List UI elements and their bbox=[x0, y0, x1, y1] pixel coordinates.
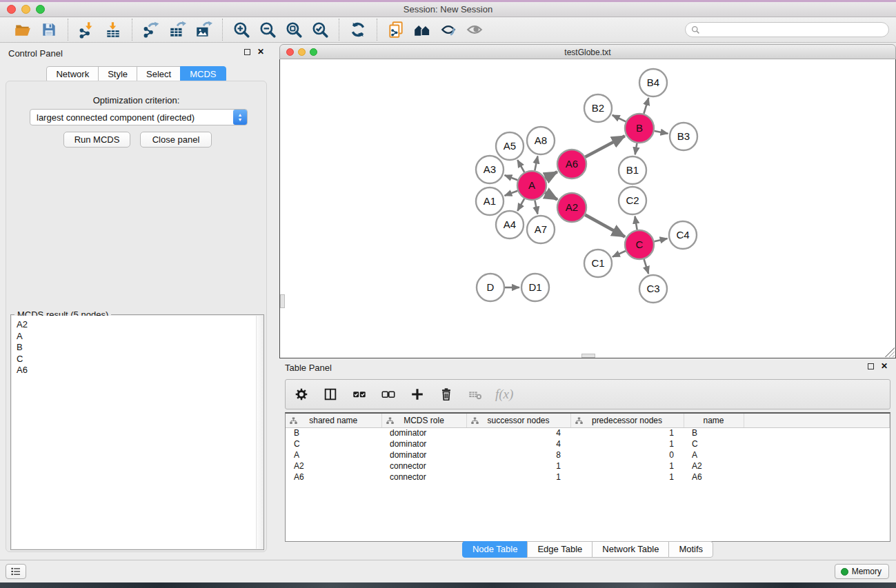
graph-edge-A-A2[interactable] bbox=[545, 193, 557, 200]
network-canvas[interactable]: AA1A2A3A4A5A6A7A8BB1B2B3B4CC1C2C3C4DD1 bbox=[279, 59, 896, 358]
select-all-columns-button[interactable] bbox=[350, 385, 368, 403]
column-header-MCDS-role[interactable]: MCDS role bbox=[381, 414, 466, 427]
graph-node-C1[interactable]: C1 bbox=[584, 250, 612, 277]
duplicate-network-button[interactable] bbox=[383, 19, 409, 41]
table-cell[interactable]: connector bbox=[381, 472, 466, 483]
table-cell[interactable]: dominator bbox=[381, 438, 466, 449]
graph-node-A4[interactable]: A4 bbox=[496, 211, 524, 239]
graph-edge-C-C1[interactable] bbox=[613, 251, 626, 257]
search-input[interactable] bbox=[700, 23, 888, 36]
graph-node-A8[interactable]: A8 bbox=[527, 127, 555, 154]
table-cell[interactable]: 1 bbox=[570, 472, 684, 483]
table-cell[interactable]: A2 bbox=[286, 460, 381, 472]
graph-node-B2[interactable]: B2 bbox=[584, 94, 612, 122]
graph-node-B3[interactable]: B3 bbox=[670, 123, 697, 150]
table-cell[interactable]: B bbox=[684, 427, 744, 438]
float-table-panel-icon[interactable] bbox=[868, 363, 874, 369]
graph-edge-B-B4[interactable] bbox=[644, 98, 648, 114]
import-network-button[interactable] bbox=[74, 19, 100, 41]
table-cell[interactable]: 8 bbox=[466, 449, 570, 460]
export-network-button[interactable] bbox=[138, 19, 164, 41]
graph-edge-C-C3[interactable] bbox=[644, 259, 649, 274]
graph-edge-A-A3[interactable] bbox=[505, 175, 518, 180]
column-header-predecessor-nodes[interactable]: predecessor nodes bbox=[570, 414, 684, 427]
graph-node-B1[interactable]: B1 bbox=[619, 156, 646, 184]
delete-column-button[interactable] bbox=[437, 385, 455, 403]
graph-node-C3[interactable]: C3 bbox=[639, 275, 667, 303]
table-cell[interactable]: 0 bbox=[570, 449, 684, 460]
table-cell[interactable]: 1 bbox=[570, 427, 684, 438]
table-row[interactable]: Bdominator41B bbox=[286, 427, 890, 438]
graph-node-A2[interactable]: A2 bbox=[557, 193, 586, 222]
column-header-name[interactable]: name bbox=[684, 414, 744, 427]
network-window-titlebar[interactable]: testGlobe.txt bbox=[279, 44, 896, 59]
graph-node-D[interactable]: D bbox=[477, 274, 504, 301]
close-panel-button[interactable]: Close panel bbox=[140, 132, 212, 148]
table-tab-edge-table[interactable]: Edge Table bbox=[527, 541, 593, 558]
graph-edge-B-B1[interactable] bbox=[635, 143, 637, 155]
table-row[interactable]: Cdominator41C bbox=[286, 438, 890, 449]
zoom-out-button[interactable] bbox=[255, 19, 281, 41]
search-field[interactable] bbox=[685, 22, 889, 37]
save-session-button[interactable] bbox=[36, 19, 62, 41]
table-cell[interactable]: A6 bbox=[286, 472, 381, 483]
canvas-bottom-handle[interactable] bbox=[581, 354, 595, 358]
graph-node-B4[interactable]: B4 bbox=[639, 69, 667, 97]
table-cell[interactable]: 4 bbox=[466, 427, 570, 438]
add-column-button[interactable] bbox=[408, 385, 426, 403]
table-cell[interactable]: A6 bbox=[684, 472, 744, 483]
column-header-shared-name[interactable]: shared name bbox=[286, 414, 381, 427]
graph-edge-C-C2[interactable] bbox=[635, 216, 637, 230]
close-panel-icon[interactable]: ✕ bbox=[257, 49, 264, 55]
graph-node-D1[interactable]: D1 bbox=[521, 274, 549, 301]
float-panel-icon[interactable] bbox=[244, 49, 250, 55]
table-cell[interactable]: C bbox=[684, 438, 744, 449]
table-row[interactable]: Adominator80A bbox=[286, 449, 890, 460]
table-cell[interactable]: A bbox=[286, 449, 381, 460]
graph-node-A[interactable]: A bbox=[517, 171, 546, 200]
table-tab-motifs[interactable]: Motifs bbox=[668, 541, 713, 558]
result-item[interactable]: A2 bbox=[17, 319, 263, 331]
canvas-side-handle[interactable] bbox=[280, 294, 285, 308]
table-cell[interactable]: A bbox=[684, 449, 744, 460]
table-tab-network-table[interactable]: Network Table bbox=[592, 541, 669, 558]
window-resize-grip[interactable] bbox=[885, 347, 895, 357]
result-item[interactable]: C bbox=[17, 354, 263, 365]
graph-node-A5[interactable]: A5 bbox=[496, 132, 524, 160]
result-scrollbar[interactable] bbox=[256, 316, 263, 549]
graph-node-C[interactable]: C bbox=[625, 230, 654, 259]
table-row[interactable]: A2connector11A2 bbox=[286, 460, 890, 472]
table-cell[interactable]: 1 bbox=[466, 472, 570, 483]
deselect-all-columns-button[interactable] bbox=[379, 385, 397, 403]
show-graphics-details-button[interactable] bbox=[435, 19, 461, 41]
table-cell[interactable]: 1 bbox=[570, 460, 684, 472]
graph-edge-A-A7[interactable] bbox=[535, 201, 537, 214]
graph-edge-A6-B[interactable] bbox=[585, 136, 624, 156]
apply-layout-button[interactable] bbox=[345, 19, 371, 41]
graph-node-A7[interactable]: A7 bbox=[527, 216, 555, 243]
toggle-bird-view-button[interactable] bbox=[461, 19, 488, 41]
graph-node-A3[interactable]: A3 bbox=[476, 156, 504, 183]
table-cell[interactable]: dominator bbox=[381, 449, 466, 460]
table-cell[interactable]: connector bbox=[381, 460, 466, 472]
zoom-fit-button[interactable] bbox=[281, 19, 307, 41]
zoom-selected-button[interactable] bbox=[307, 19, 333, 41]
table-row[interactable]: A6connector11A6 bbox=[286, 472, 890, 483]
show-welcome-button[interactable] bbox=[409, 19, 435, 41]
zoom-in-button[interactable] bbox=[228, 19, 255, 41]
graph-edge-A-A5[interactable] bbox=[517, 160, 524, 172]
graph-edge-B-B2[interactable] bbox=[613, 115, 626, 121]
graph-node-C2[interactable]: C2 bbox=[619, 187, 646, 214]
table-tab-node-table[interactable]: Node Table bbox=[462, 541, 528, 558]
column-header-successor-nodes[interactable]: successor nodes bbox=[466, 414, 570, 427]
graph-edge-A2-C[interactable] bbox=[585, 215, 625, 237]
memory-button[interactable]: Memory bbox=[835, 564, 889, 579]
table-cell[interactable]: dominator bbox=[381, 427, 466, 438]
export-image-button[interactable] bbox=[190, 19, 217, 41]
graph-node-A6[interactable]: A6 bbox=[557, 150, 586, 179]
close-table-panel-icon[interactable]: ✕ bbox=[881, 363, 888, 369]
column-layout-button[interactable] bbox=[321, 385, 339, 403]
import-table-button[interactable] bbox=[100, 19, 126, 41]
result-item[interactable]: A bbox=[17, 331, 263, 343]
run-mcds-button[interactable]: Run MCDS bbox=[63, 132, 130, 148]
